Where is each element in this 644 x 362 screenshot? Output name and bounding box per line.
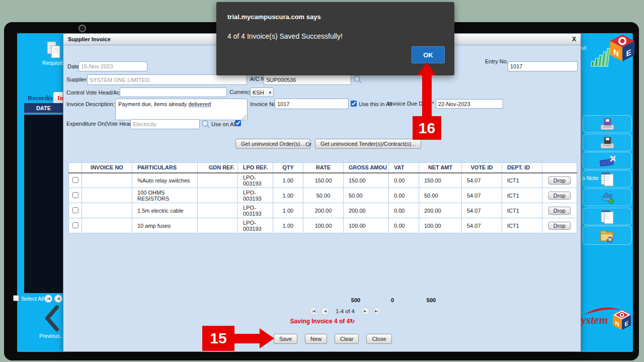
ok-button[interactable]: OK (412, 46, 445, 63)
saving-status-label: Saving Invoice 4 of 4 (290, 318, 350, 325)
row-select-checkbox[interactable] (72, 207, 78, 213)
row-actions-cell: Drop (542, 173, 577, 188)
records-list-panel (24, 115, 63, 293)
row-select-checkbox[interactable] (72, 222, 78, 228)
next-page-button[interactable]: ▶ (361, 307, 369, 315)
use-on-all-checkbox[interactable] (235, 120, 241, 126)
last-page-button[interactable]: ▶| (373, 307, 381, 315)
toolbar-save-all-button[interactable] (583, 134, 632, 151)
table-cell (82, 203, 132, 218)
toolbar-save-button[interactable] (583, 115, 632, 133)
table-cell: LPO-003193 (238, 173, 273, 188)
table-cell: 200.00 (419, 203, 462, 218)
close-icon[interactable]: X (572, 36, 576, 43)
tab-records[interactable]: Record(s) (28, 94, 55, 102)
toolbar-sync-button[interactable] (583, 189, 632, 206)
table-cell: %Auto relay switches (132, 173, 198, 188)
drop-button[interactable]: Drop (548, 207, 571, 215)
table-cell: LPO-003193 (238, 218, 273, 233)
previous-button-label[interactable]: Previous... (39, 333, 64, 339)
chevron-down-icon: ▾ (269, 90, 271, 95)
use-this-in-all-label: Use this in All (359, 101, 392, 107)
toolbar-report-button[interactable] (583, 208, 632, 225)
select-all-checkbox[interactable] (13, 295, 19, 301)
save-button[interactable]: Save (274, 334, 297, 344)
table-cell: LPO-003193 (238, 188, 273, 203)
row-actions-cell: Drop (542, 188, 577, 203)
table-cell: 200.00 (303, 203, 344, 218)
table-header: VOTE ID (462, 163, 502, 173)
new-button[interactable]: New (305, 334, 327, 344)
currency-select[interactable]: KSH ▾ (250, 87, 274, 97)
records-first-page-button[interactable]: |◀ (44, 295, 52, 303)
table-cell (198, 188, 238, 203)
prev-page-button[interactable]: ◀ (321, 307, 329, 315)
drop-button[interactable]: Drop (548, 222, 571, 230)
invoice-description-input[interactable]: Payment due, items already delivered (115, 99, 248, 120)
table-cell: 1.00 (273, 203, 303, 218)
table-cell: 1.5m electric cable (132, 203, 198, 218)
note-document-icon (600, 171, 615, 187)
invoice-description-underlined: delivered (188, 101, 211, 107)
expenditure-input[interactable] (130, 119, 200, 129)
table-pager: |◀ ◀ 1-4 of 4 ▶ ▶| (272, 307, 418, 315)
supplier-search-icon[interactable] (353, 75, 362, 84)
drop-button[interactable]: Drop (548, 192, 571, 200)
alert-message: 4 of 4 Invoice(s) Saved Successfully! (227, 32, 343, 40)
table-cell: 0.00 (389, 218, 419, 233)
currency-value: KSH (253, 89, 264, 96)
row-select-cell (69, 218, 82, 233)
date-label: Date (67, 63, 79, 69)
toolbar-delete-button[interactable]: ✕ (583, 152, 632, 169)
table-row: %Auto relay switchesLPO-0031931.00150.00… (69, 173, 577, 188)
first-page-button[interactable]: |◀ (309, 307, 317, 315)
row-select-checkbox[interactable] (72, 177, 78, 183)
table-header-row: INVOICE NOPARTICULARSGDN REF.LPO REF.QTY… (69, 163, 577, 173)
get-uninvoiced-tenders-button[interactable]: Get uninvoiced Tender(s)/Contract(s)... (315, 139, 421, 149)
drop-button[interactable]: Drop (548, 176, 571, 185)
vote-head-search-icon[interactable] (201, 120, 210, 129)
get-uninvoiced-orders-button[interactable]: Get uninvoiced Order(s)... (235, 139, 310, 149)
supplier-input[interactable] (87, 74, 247, 85)
table-row: 10 amp fusesLPO-0031931.00100.00100.000.… (69, 218, 577, 233)
table-cell: 200.00 (344, 203, 389, 218)
control-vote-input[interactable] (120, 87, 227, 97)
previous-chevron-icon[interactable] (43, 305, 60, 332)
table-cell: 150.00 (419, 173, 462, 188)
table-cell: 100.00 (303, 218, 344, 233)
row-select-checkbox[interactable] (72, 192, 78, 198)
table-cell: 0.00 (389, 188, 419, 203)
invoice-due-date-input[interactable] (436, 99, 503, 109)
table-header: VAT (389, 163, 419, 173)
table-cell: ICT1 (502, 173, 542, 188)
clear-button[interactable]: Clear (335, 334, 359, 344)
row-select-cell (69, 203, 82, 218)
table-cell: 100.00 (419, 218, 462, 233)
use-this-in-all-checkbox[interactable] (351, 101, 357, 107)
invoice-no-input[interactable] (275, 99, 349, 109)
delete-drive-icon: ✕ (599, 154, 615, 168)
step16-badge: 16 (413, 116, 441, 140)
table-cell: ICT1 (502, 188, 542, 203)
entry-no-input[interactable] (508, 61, 578, 71)
table-header-actions (542, 163, 577, 173)
toolbar-folder-button[interactable] (583, 226, 632, 245)
folder-refresh-icon (599, 228, 615, 243)
expenditure-label: Expenditure On(Vote Head) (66, 121, 134, 127)
ac-no-input[interactable] (264, 74, 351, 85)
resize-grip-icon[interactable] (242, 115, 247, 119)
supplier-invoice-dialog: Supplier Invoice X Date Entry No. Suppli… (63, 33, 581, 352)
saving-status-text: Saving Invoice 4 of 4↻ (262, 318, 383, 325)
date-input[interactable] (78, 61, 147, 71)
invoice-description-text: Payment due, items already (118, 101, 188, 107)
table-row: 1.5m electric cableLPO-0031931.00200.002… (69, 203, 577, 218)
table-cell (198, 218, 238, 233)
requisition-icon[interactable] (46, 41, 61, 59)
footer-buttons: Save New Clear Close (274, 334, 392, 344)
select-all-label: Select All (21, 296, 44, 302)
records-date-column-header: DATE (24, 103, 63, 114)
save-disk-dark-icon (600, 136, 615, 150)
table-cell: 50.00 (419, 188, 462, 203)
records-prev-page-button[interactable]: ◀ (54, 295, 62, 303)
close-button[interactable]: Close (366, 334, 391, 344)
